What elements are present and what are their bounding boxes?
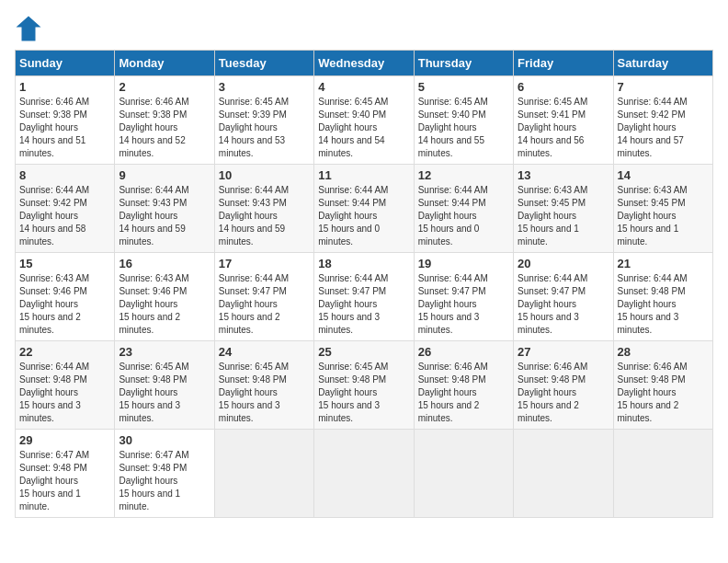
day-number: 21 [618,257,709,270]
day-number: 22 [19,345,110,359]
calendar-cell [314,430,414,518]
day-info: Sunrise: 6:43 AMSunset: 9:45 PMDaylight … [518,184,609,248]
day-number: 16 [119,257,210,270]
day-number: 15 [19,257,110,270]
week-row-2: 8Sunrise: 6:44 AMSunset: 9:42 PMDaylight… [16,165,713,253]
day-number: 28 [618,345,709,359]
day-number: 30 [119,433,210,447]
day-info: Sunrise: 6:45 AMSunset: 9:40 PMDaylight … [318,96,409,160]
calendar-cell: 28Sunrise: 6:46 AMSunset: 9:48 PMDayligh… [613,341,712,430]
day-number: 2 [119,80,210,94]
calendar-cell: 14Sunrise: 6:43 AMSunset: 9:45 PMDayligh… [613,165,712,253]
day-info: Sunrise: 6:46 AMSunset: 9:48 PMDaylight … [518,361,609,425]
day-number: 10 [219,168,310,182]
day-info: Sunrise: 6:44 AMSunset: 9:47 PMDaylight … [318,272,409,337]
day-header-wednesday: Wednesday [314,51,414,76]
day-number: 1 [19,80,110,94]
day-info: Sunrise: 6:46 AMSunset: 9:48 PMDaylight … [618,361,709,425]
calendar-cell: 12Sunrise: 6:44 AMSunset: 9:44 PMDayligh… [414,165,513,253]
day-header-friday: Friday [514,51,613,76]
day-number: 6 [518,80,609,94]
day-info: Sunrise: 6:44 AMSunset: 9:44 PMDaylight … [318,184,409,248]
calendar-cell: 11Sunrise: 6:44 AMSunset: 9:44 PMDayligh… [314,165,414,253]
day-info: Sunrise: 6:44 AMSunset: 9:48 PMDaylight … [19,361,110,425]
calendar-cell: 1Sunrise: 6:46 AMSunset: 9:38 PMDaylight… [16,76,115,165]
calendar-cell: 21Sunrise: 6:44 AMSunset: 9:48 PMDayligh… [613,253,712,341]
day-header-saturday: Saturday [613,51,712,76]
day-info: Sunrise: 6:44 AMSunset: 9:47 PMDaylight … [518,272,609,337]
day-info: Sunrise: 6:44 AMSunset: 9:43 PMDaylight … [219,184,310,248]
day-number: 24 [219,345,310,359]
calendar-cell: 5Sunrise: 6:45 AMSunset: 9:40 PMDaylight… [414,76,513,165]
day-info: Sunrise: 6:43 AMSunset: 9:46 PMDaylight … [19,272,110,337]
day-info: Sunrise: 6:44 AMSunset: 9:48 PMDaylight … [618,272,709,337]
day-info: Sunrise: 6:44 AMSunset: 9:47 PMDaylight … [418,272,509,337]
day-number: 20 [518,257,609,270]
day-number: 23 [119,345,210,359]
calendar-cell: 23Sunrise: 6:45 AMSunset: 9:48 PMDayligh… [115,341,214,430]
day-info: Sunrise: 6:43 AMSunset: 9:46 PMDaylight … [119,272,210,337]
day-number: 25 [318,345,409,359]
day-info: Sunrise: 6:45 AMSunset: 9:39 PMDaylight … [219,96,310,160]
calendar-cell: 25Sunrise: 6:45 AMSunset: 9:48 PMDayligh… [314,341,414,430]
calendar-cell: 8Sunrise: 6:44 AMSunset: 9:42 PMDaylight… [16,165,115,253]
day-info: Sunrise: 6:46 AMSunset: 9:48 PMDaylight … [418,361,509,425]
day-number: 17 [219,257,310,270]
calendar-cell: 22Sunrise: 6:44 AMSunset: 9:48 PMDayligh… [16,341,115,430]
calendar-cell: 20Sunrise: 6:44 AMSunset: 9:47 PMDayligh… [514,253,613,341]
calendar-cell: 6Sunrise: 6:45 AMSunset: 9:41 PMDaylight… [514,76,613,165]
day-number: 4 [318,80,409,94]
calendar-table: SundayMondayTuesdayWednesdayThursdayFrid… [15,50,713,518]
day-info: Sunrise: 6:45 AMSunset: 9:48 PMDaylight … [119,361,210,425]
logo-icon [15,15,42,42]
calendar-cell [514,430,613,518]
day-number: 13 [518,168,609,182]
day-number: 14 [618,168,709,182]
calendar-cell: 30Sunrise: 6:47 AMSunset: 9:48 PMDayligh… [115,430,214,518]
day-header-thursday: Thursday [414,51,513,76]
day-number: 18 [318,257,409,270]
day-info: Sunrise: 6:45 AMSunset: 9:48 PMDaylight … [318,361,409,425]
day-number: 29 [19,433,110,447]
day-info: Sunrise: 6:46 AMSunset: 9:38 PMDaylight … [119,96,210,160]
week-row-5: 29Sunrise: 6:47 AMSunset: 9:48 PMDayligh… [16,430,713,518]
calendar-cell: 19Sunrise: 6:44 AMSunset: 9:47 PMDayligh… [414,253,513,341]
day-number: 11 [318,168,409,182]
calendar-cell: 4Sunrise: 6:45 AMSunset: 9:40 PMDaylight… [314,76,414,165]
day-header-sunday: Sunday [16,51,115,76]
calendar-cell: 2Sunrise: 6:46 AMSunset: 9:38 PMDaylight… [115,76,214,165]
calendar-cell: 26Sunrise: 6:46 AMSunset: 9:48 PMDayligh… [414,341,513,430]
day-number: 7 [618,80,709,94]
calendar-cell: 29Sunrise: 6:47 AMSunset: 9:48 PMDayligh… [16,430,115,518]
week-row-4: 22Sunrise: 6:44 AMSunset: 9:48 PMDayligh… [16,341,713,430]
calendar-cell: 27Sunrise: 6:46 AMSunset: 9:48 PMDayligh… [514,341,613,430]
day-info: Sunrise: 6:44 AMSunset: 9:43 PMDaylight … [119,184,210,248]
svg-marker-0 [17,17,41,41]
day-header-monday: Monday [115,51,214,76]
day-info: Sunrise: 6:44 AMSunset: 9:44 PMDaylight … [418,184,509,248]
day-info: Sunrise: 6:44 AMSunset: 9:42 PMDaylight … [618,96,709,160]
calendar-cell: 15Sunrise: 6:43 AMSunset: 9:46 PMDayligh… [16,253,115,341]
day-info: Sunrise: 6:46 AMSunset: 9:38 PMDaylight … [19,96,110,160]
logo [15,15,46,42]
week-row-3: 15Sunrise: 6:43 AMSunset: 9:46 PMDayligh… [16,253,713,341]
calendar-cell [613,430,712,518]
week-row-1: 1Sunrise: 6:46 AMSunset: 9:38 PMDaylight… [16,76,713,165]
calendar-cell: 24Sunrise: 6:45 AMSunset: 9:48 PMDayligh… [214,341,313,430]
day-info: Sunrise: 6:47 AMSunset: 9:48 PMDaylight … [19,449,110,513]
calendar-cell: 7Sunrise: 6:44 AMSunset: 9:42 PMDaylight… [613,76,712,165]
day-info: Sunrise: 6:43 AMSunset: 9:45 PMDaylight … [618,184,709,248]
day-number: 27 [518,345,609,359]
day-number: 19 [418,257,509,270]
day-info: Sunrise: 6:45 AMSunset: 9:41 PMDaylight … [518,96,609,160]
day-number: 5 [418,80,509,94]
day-info: Sunrise: 6:45 AMSunset: 9:40 PMDaylight … [418,96,509,160]
day-number: 26 [418,345,509,359]
header [15,15,713,42]
day-info: Sunrise: 6:44 AMSunset: 9:42 PMDaylight … [19,184,110,248]
calendar-cell: 17Sunrise: 6:44 AMSunset: 9:47 PMDayligh… [214,253,313,341]
calendar-cell: 16Sunrise: 6:43 AMSunset: 9:46 PMDayligh… [115,253,214,341]
day-header-tuesday: Tuesday [214,51,313,76]
day-number: 9 [119,168,210,182]
header-row: SundayMondayTuesdayWednesdayThursdayFrid… [16,51,713,76]
